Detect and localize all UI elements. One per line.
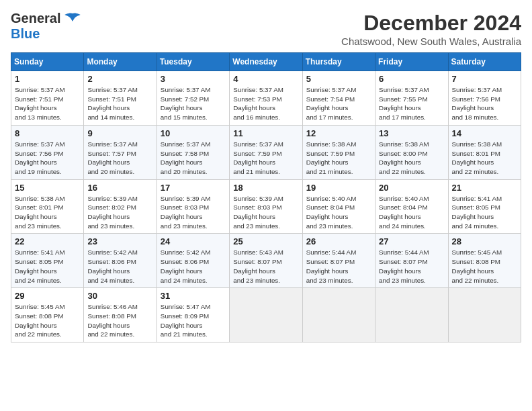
calendar-week-row: 22Sunrise: 5:41 AMSunset: 8:05 PMDayligh… [11,234,521,288]
calendar-cell: 21Sunrise: 5:41 AMSunset: 8:05 PMDayligh… [448,179,521,234]
logo-general: General [11,11,60,26]
calendar-cell: 1Sunrise: 5:37 AMSunset: 7:51 PMDaylight… [11,71,84,126]
day-detail: Sunrise: 5:45 AMSunset: 8:08 PMDaylight … [452,248,502,283]
day-detail: Sunrise: 5:38 AMSunset: 7:59 PMDaylight … [306,140,357,175]
day-detail: Sunrise: 5:44 AMSunset: 8:07 PMDaylight … [379,248,429,283]
weekday-header-wednesday: Wednesday [230,53,302,71]
calendar-cell: 24Sunrise: 5:42 AMSunset: 8:06 PMDayligh… [157,234,229,288]
day-detail: Sunrise: 5:39 AMSunset: 8:03 PMDaylight … [161,195,211,230]
day-detail: Sunrise: 5:45 AMSunset: 8:08 PMDaylight … [15,303,65,338]
weekday-header-saturday: Saturday [448,53,521,71]
weekday-header-friday: Friday [375,53,448,71]
day-detail: Sunrise: 5:37 AMSunset: 7:57 PMDaylight … [87,140,138,175]
weekday-header-row: SundayMondayTuesdayWednesdayThursdayFrid… [11,53,521,71]
day-number: 14 [452,128,517,138]
day-number: 13 [379,128,444,138]
day-detail: Sunrise: 5:47 AMSunset: 8:09 PMDaylight … [161,303,211,338]
weekday-header-sunday: Sunday [11,53,84,71]
calendar-cell [375,288,448,342]
calendar-cell: 9Sunrise: 5:37 AMSunset: 7:57 PMDaylight… [84,125,157,179]
day-number: 11 [233,128,298,138]
day-number: 15 [15,183,80,193]
calendar-cell [230,288,302,342]
calendar-cell: 23Sunrise: 5:42 AMSunset: 8:06 PMDayligh… [84,234,157,288]
calendar-cell: 2Sunrise: 5:37 AMSunset: 7:51 PMDaylight… [84,71,157,126]
day-number: 20 [379,183,444,193]
logo: General Blue [11,11,82,42]
calendar-cell: 30Sunrise: 5:46 AMSunset: 8:08 PMDayligh… [84,288,157,342]
calendar-title: December 2024 [341,11,521,36]
day-number: 29 [15,291,80,301]
day-detail: Sunrise: 5:37 AMSunset: 7:51 PMDaylight … [15,86,65,121]
day-number: 26 [306,236,371,246]
calendar-cell: 28Sunrise: 5:45 AMSunset: 8:08 PMDayligh… [448,234,521,288]
day-number: 27 [379,236,444,246]
day-detail: Sunrise: 5:38 AMSunset: 8:01 PMDaylight … [452,140,502,175]
calendar-cell: 15Sunrise: 5:38 AMSunset: 8:01 PMDayligh… [11,179,84,234]
calendar-cell: 17Sunrise: 5:39 AMSunset: 8:03 PMDayligh… [157,179,229,234]
day-number: 4 [233,74,298,84]
day-detail: Sunrise: 5:42 AMSunset: 8:06 PMDaylight … [161,248,211,283]
calendar-subtitle: Chatswood, New South Wales, Australia [341,36,521,47]
day-number: 22 [15,236,80,246]
calendar-cell: 27Sunrise: 5:44 AMSunset: 8:07 PMDayligh… [375,234,448,288]
calendar-cell: 20Sunrise: 5:40 AMSunset: 8:04 PMDayligh… [375,179,448,234]
calendar-cell: 5Sunrise: 5:37 AMSunset: 7:54 PMDaylight… [302,71,375,126]
title-block: December 2024 Chatswood, New South Wales… [341,11,521,47]
day-detail: Sunrise: 5:37 AMSunset: 7:56 PMDaylight … [15,140,65,175]
calendar-cell: 4Sunrise: 5:37 AMSunset: 7:53 PMDaylight… [230,71,302,126]
calendar-cell: 19Sunrise: 5:40 AMSunset: 8:04 PMDayligh… [302,179,375,234]
day-detail: Sunrise: 5:37 AMSunset: 7:54 PMDaylight … [306,86,357,121]
day-detail: Sunrise: 5:43 AMSunset: 8:07 PMDaylight … [233,248,283,283]
calendar-cell: 22Sunrise: 5:41 AMSunset: 8:05 PMDayligh… [11,234,84,288]
calendar-cell: 10Sunrise: 5:37 AMSunset: 7:58 PMDayligh… [157,125,229,179]
day-detail: Sunrise: 5:37 AMSunset: 7:51 PMDaylight … [87,86,138,121]
day-detail: Sunrise: 5:40 AMSunset: 8:04 PMDaylight … [306,195,357,230]
day-number: 21 [452,183,517,193]
logo-blue: Blue [11,26,40,42]
calendar-cell: 14Sunrise: 5:38 AMSunset: 8:01 PMDayligh… [448,125,521,179]
weekday-header-tuesday: Tuesday [157,53,229,71]
day-detail: Sunrise: 5:46 AMSunset: 8:08 PMDaylight … [87,303,138,338]
day-detail: Sunrise: 5:42 AMSunset: 8:06 PMDaylight … [87,248,138,283]
calendar-cell: 8Sunrise: 5:37 AMSunset: 7:56 PMDaylight… [11,125,84,179]
calendar-cell: 29Sunrise: 5:45 AMSunset: 8:08 PMDayligh… [11,288,84,342]
calendar-cell: 13Sunrise: 5:38 AMSunset: 8:00 PMDayligh… [375,125,448,179]
day-number: 23 [87,236,152,246]
day-number: 17 [161,183,226,193]
calendar-week-row: 1Sunrise: 5:37 AMSunset: 7:51 PMDaylight… [11,71,521,126]
weekday-header-thursday: Thursday [302,53,375,71]
day-detail: Sunrise: 5:41 AMSunset: 8:05 PMDaylight … [15,248,65,283]
calendar-cell: 12Sunrise: 5:38 AMSunset: 7:59 PMDayligh… [302,125,375,179]
day-number: 6 [379,74,444,84]
day-number: 3 [161,74,226,84]
calendar-cell: 31Sunrise: 5:47 AMSunset: 8:09 PMDayligh… [157,288,229,342]
day-detail: Sunrise: 5:38 AMSunset: 8:00 PMDaylight … [379,140,429,175]
day-detail: Sunrise: 5:41 AMSunset: 8:05 PMDaylight … [452,195,502,230]
day-detail: Sunrise: 5:37 AMSunset: 7:56 PMDaylight … [452,86,502,121]
day-detail: Sunrise: 5:37 AMSunset: 7:58 PMDaylight … [161,140,211,175]
calendar-cell: 18Sunrise: 5:39 AMSunset: 8:03 PMDayligh… [230,179,302,234]
day-number: 7 [452,74,517,84]
day-number: 19 [306,183,371,193]
day-number: 25 [233,236,298,246]
day-detail: Sunrise: 5:38 AMSunset: 8:01 PMDaylight … [15,195,65,230]
calendar-cell: 3Sunrise: 5:37 AMSunset: 7:52 PMDaylight… [157,71,229,126]
header-area: General Blue December 2024 Chatswood, Ne… [11,11,521,47]
calendar-week-row: 15Sunrise: 5:38 AMSunset: 8:01 PMDayligh… [11,179,521,234]
day-detail: Sunrise: 5:37 AMSunset: 7:52 PMDaylight … [161,86,211,121]
day-number: 31 [161,291,226,301]
day-detail: Sunrise: 5:40 AMSunset: 8:04 PMDaylight … [379,195,429,230]
calendar-cell: 6Sunrise: 5:37 AMSunset: 7:55 PMDaylight… [375,71,448,126]
calendar-cell: 16Sunrise: 5:39 AMSunset: 8:02 PMDayligh… [84,179,157,234]
day-detail: Sunrise: 5:44 AMSunset: 8:07 PMDaylight … [306,248,357,283]
calendar-body: 1Sunrise: 5:37 AMSunset: 7:51 PMDaylight… [11,71,521,342]
day-number: 9 [87,128,152,138]
day-number: 24 [161,236,226,246]
day-number: 1 [15,74,80,84]
day-detail: Sunrise: 5:37 AMSunset: 7:55 PMDaylight … [379,86,429,121]
day-number: 10 [161,128,226,138]
day-detail: Sunrise: 5:39 AMSunset: 8:03 PMDaylight … [233,195,283,230]
day-number: 12 [306,128,371,138]
day-number: 5 [306,74,371,84]
